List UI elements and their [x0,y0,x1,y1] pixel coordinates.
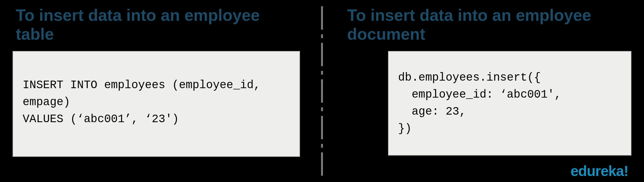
sql-code-box: INSERT INTO employees (employee_id, empa… [13,51,300,157]
mongo-code: db.employees.insert({ employee_id: ‘abc0… [398,69,621,137]
left-column: To insert data into an employee table IN… [13,6,322,169]
right-column: To insert data into an employee document… [322,6,631,169]
vertical-divider [321,6,323,176]
sql-code: INSERT INTO employees (employee_id, empa… [23,77,290,128]
left-heading: To insert data into an employee table [16,6,300,43]
brand-logo: edureka! [570,162,628,179]
right-heading: To insert data into an employee document [347,6,631,43]
mongo-code-box: db.employees.insert({ employee_id: ‘abc0… [388,51,631,156]
